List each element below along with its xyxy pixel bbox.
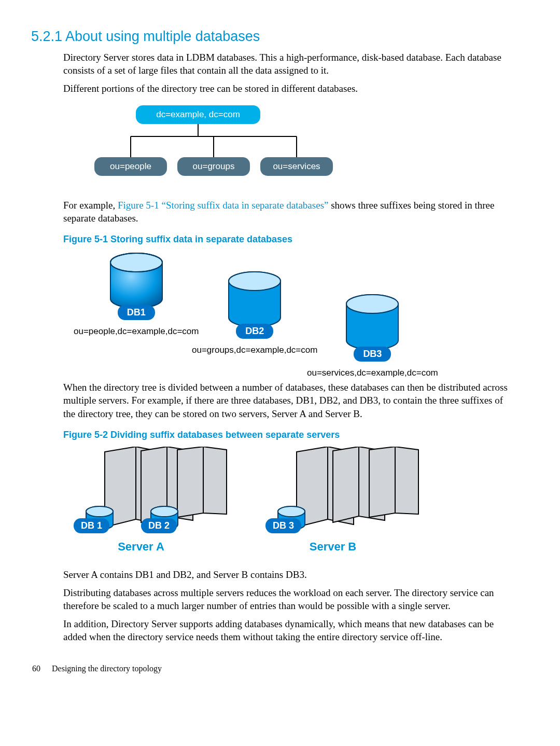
text: For example, xyxy=(63,200,118,211)
db-badge: DB 3 xyxy=(265,518,301,533)
section-title-text: About using multiple databases xyxy=(65,29,260,44)
svg-point-6 xyxy=(346,295,398,313)
page-number: 60 xyxy=(32,664,40,673)
page-footer: 60 Designing the directory topology xyxy=(31,664,513,673)
figure-51-diagram: DB1 ou=people,dc=example,dc=com DB2 ou=g… xyxy=(63,251,513,381)
db-badge: DB 2 xyxy=(141,518,177,533)
db-dn-label: ou=groups,dc=example,dc=com xyxy=(192,345,317,355)
tree-child-node: ou=services xyxy=(260,157,333,176)
db-item: DB2 ou=groups,dc=example,dc=com xyxy=(192,270,317,355)
svg-marker-21 xyxy=(369,447,395,517)
tree-child-node: ou=people xyxy=(94,157,167,176)
paragraph: When the directory tree is divided betwe… xyxy=(31,381,513,420)
db-badge: DB1 xyxy=(118,305,155,320)
database-cylinder-icon xyxy=(226,270,283,332)
db-item: DB3 ou=services,dc=example,dc=com xyxy=(307,293,438,378)
paragraph: Different portions of the directory tree… xyxy=(31,82,513,95)
chapter-title: Designing the directory topology xyxy=(52,664,162,673)
db-badge: DB3 xyxy=(354,347,391,362)
server-a-block: DB 1 DB 2 Server A xyxy=(74,447,229,554)
paragraph: In addition, Directory Server supports a… xyxy=(31,617,513,643)
svg-marker-12 xyxy=(203,447,227,514)
server-b-block: DB 3 Server B xyxy=(265,447,421,554)
paragraph: For example, Figure 5-1 “Storing suffix … xyxy=(31,199,513,225)
paragraph: Server A contains DB1 and DB2, and Serve… xyxy=(31,568,513,581)
hierarchy-tree-diagram: dc=example, dc=com ou=people ou=groups o… xyxy=(63,105,513,188)
svg-point-24 xyxy=(278,506,305,517)
section-number: 5.2.1 xyxy=(31,29,62,44)
server-label: Server B xyxy=(265,540,400,554)
figure-caption: Figure 5-1 Storing suffix data in separa… xyxy=(31,234,513,245)
svg-marker-11 xyxy=(177,447,203,517)
section-heading: 5.2.1 About using multiple databases xyxy=(31,29,513,45)
svg-point-16 xyxy=(151,506,178,517)
svg-point-14 xyxy=(86,506,113,517)
tree-child-node: ou=groups xyxy=(177,157,250,176)
svg-point-4 xyxy=(229,272,281,291)
db-item: DB1 ou=people,dc=example,dc=com xyxy=(74,251,199,337)
tree-root-node: dc=example, dc=com xyxy=(136,105,260,124)
paragraph: Directory Server stores data in LDBM dat… xyxy=(31,51,513,77)
database-cylinder-icon xyxy=(344,293,401,355)
svg-marker-19 xyxy=(333,447,359,522)
figure-caption: Figure 5-2 Dividing suffix databases bet… xyxy=(31,430,513,440)
db-badge: DB 1 xyxy=(74,518,109,533)
db-dn-label: ou=people,dc=example,dc=com xyxy=(74,326,199,337)
db-badge: DB2 xyxy=(236,324,273,339)
figure-crossref-link[interactable]: Figure 5-1 “Storing suffix data in separ… xyxy=(118,200,328,211)
paragraph: Distributing databases across multiple s… xyxy=(31,586,513,612)
db-dn-label: ou=services,dc=example,dc=com xyxy=(307,368,438,378)
figure-52-diagram: DB 1 DB 2 Server A DB xyxy=(63,447,513,561)
database-cylinder-icon xyxy=(108,251,165,313)
server-label: Server A xyxy=(74,540,208,554)
svg-marker-22 xyxy=(395,447,418,514)
